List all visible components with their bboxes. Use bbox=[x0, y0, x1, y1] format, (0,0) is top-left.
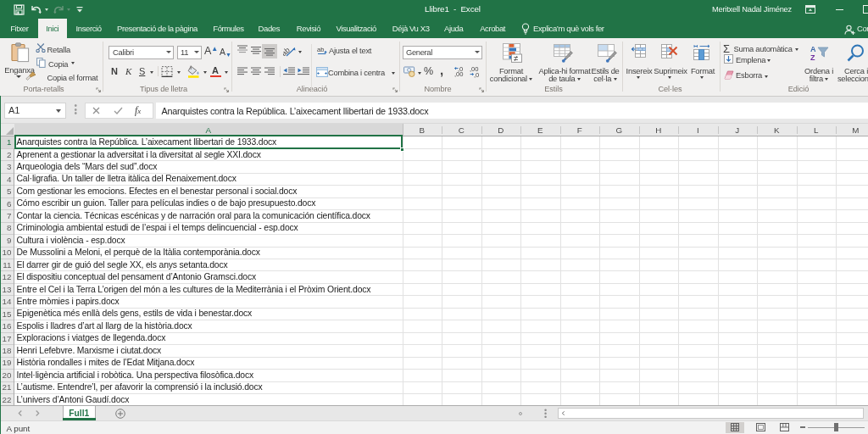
svg-text:≠: ≠ bbox=[514, 53, 518, 63]
svg-text:A: A bbox=[810, 45, 816, 53]
svg-text:Z: Z bbox=[810, 53, 815, 61]
svg-text:,0: ,0 bbox=[458, 66, 463, 73]
svg-text:ab: ab bbox=[317, 46, 324, 53]
